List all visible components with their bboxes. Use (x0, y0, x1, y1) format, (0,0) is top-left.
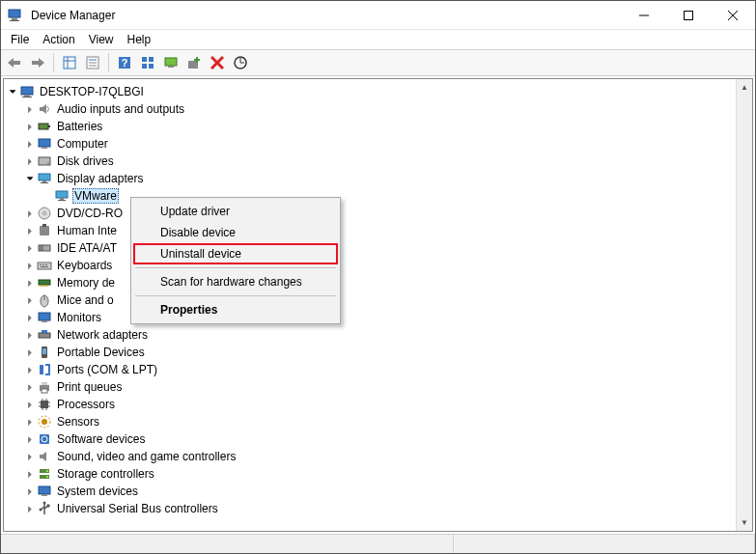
menu-view[interactable]: View (83, 31, 120, 48)
chevron-right-icon[interactable]: ⏵ (23, 207, 37, 220)
tree-node[interactable]: ⏵Universal Serial Bus controllers (4, 500, 752, 517)
tree-node-label: Monitors (55, 310, 103, 325)
chevron-right-icon[interactable]: ⏵ (23, 415, 37, 429)
chevron-right-icon[interactable]: ⏵ (23, 102, 37, 116)
toolbar-computer-button[interactable] (160, 52, 182, 73)
chevron-right-icon[interactable]: ⏵ (23, 363, 37, 376)
chevron-right-icon[interactable]: ⏵ (23, 293, 37, 307)
toolbar-tiles-button[interactable] (137, 52, 158, 73)
chevron-right-icon[interactable]: ⏵ (23, 432, 37, 446)
tree-node[interactable]: ⏷Display adapters (4, 170, 752, 187)
toolbar-back-button[interactable] (4, 52, 25, 73)
scroll-down-button[interactable]: ▼ (737, 514, 752, 531)
chevron-right-icon[interactable]: ⏵ (23, 502, 37, 515)
tree-node[interactable]: ⏵Storage controllers (4, 465, 752, 483)
tree-node[interactable]: ⏵Portable Devices (4, 344, 752, 361)
portable-icon (37, 345, 52, 360)
tree-node[interactable]: ⏵Audio inputs and outputs (4, 100, 752, 118)
toolbar-remove-button[interactable] (207, 52, 228, 73)
chevron-right-icon[interactable]: ⏵ (23, 241, 37, 255)
svg-text:?: ? (122, 57, 128, 69)
tree-node[interactable]: ⏵Print queues (4, 378, 752, 396)
tree-node[interactable]: ⏵Batteries (4, 118, 752, 135)
app-icon (7, 8, 22, 23)
tree-node[interactable]: ⏵Memory de (4, 274, 752, 291)
tree-node-label: Ports (COM & LPT) (55, 362, 159, 377)
chevron-down-icon[interactable]: ⏷ (23, 172, 37, 185)
tree-node[interactable]: ⏵Sound, video and game controllers (4, 448, 752, 465)
tree-node[interactable]: ⏵Mice and o (4, 291, 752, 309)
svg-rect-1 (12, 17, 17, 20)
chevron-right-icon[interactable]: ⏵ (23, 154, 37, 168)
tree-node[interactable]: ⏵Processors (4, 396, 752, 413)
scroll-track[interactable] (737, 96, 752, 514)
svg-rect-54 (42, 264, 44, 265)
context-update-driver[interactable]: Update driver (133, 201, 338, 222)
chevron-right-icon[interactable]: ⏵ (23, 380, 37, 394)
tree-node-label: Sound, video and game controllers (55, 449, 238, 464)
toolbar-help-button[interactable]: ? (114, 52, 135, 73)
toolbar-show-hidden-button[interactable] (59, 52, 80, 73)
menu-file[interactable]: File (5, 31, 35, 48)
menu-help[interactable]: Help (122, 31, 157, 48)
chevron-right-icon[interactable]: ⏵ (23, 224, 37, 237)
svg-rect-44 (58, 200, 66, 201)
tree-node[interactable]: ⏵Software devices (4, 430, 752, 448)
menu-action[interactable]: Action (37, 31, 80, 48)
toolbar-properties-button[interactable] (82, 52, 103, 73)
tree-node[interactable]: ⏵IDE ATA/AT (4, 239, 752, 257)
minimize-button[interactable] (622, 1, 666, 29)
scroll-up-button[interactable]: ▲ (737, 79, 752, 96)
tree-node-label: VMware (72, 188, 119, 204)
svg-point-94 (43, 502, 46, 505)
titlebar-left: Device Manager (1, 8, 115, 23)
tree-node[interactable]: ⏵Human Inte (4, 222, 752, 239)
keyboard-icon (37, 258, 52, 273)
tree-node-label: Display adapters (55, 171, 145, 186)
tree-node[interactable]: ⏵DVD/CD-RO (4, 205, 752, 222)
tree-node[interactable]: ⏵Sensors (4, 413, 752, 430)
window-title: Device Manager (31, 9, 115, 22)
chevron-right-icon[interactable]: ⏵ (23, 485, 37, 498)
device-tree-pane[interactable]: ⏷DESKTOP-I7QLBGI⏵Audio inputs and output… (3, 78, 753, 532)
chevron-right-icon[interactable]: ⏵ (23, 311, 37, 324)
tree-node[interactable]: ⏵Network adapters (4, 326, 752, 344)
vertical-scrollbar[interactable]: ▲ ▼ (736, 79, 752, 531)
chevron-right-icon[interactable]: ⏵ (23, 450, 37, 463)
svg-rect-68 (42, 330, 47, 333)
audio-icon (37, 101, 52, 117)
chevron-right-icon[interactable]: ⏵ (23, 398, 37, 411)
tree-node[interactable]: ⏵System devices (4, 483, 752, 500)
toolbar-scan-button[interactable] (230, 52, 251, 73)
tree-node[interactable]: ⏵Computer (4, 135, 752, 152)
tree-node[interactable]: ⏵Disk drives (4, 152, 752, 170)
tree-node-label: Memory de (55, 275, 117, 291)
tree-node[interactable]: ⏵Keyboards (4, 257, 752, 274)
tree-node[interactable]: ⏵Ports (COM & LPT) (4, 361, 752, 378)
chevron-right-icon[interactable]: ⏵ (23, 346, 37, 359)
tree-node[interactable]: VMware (4, 187, 752, 205)
context-disable-device[interactable]: Disable device (133, 222, 338, 243)
svg-rect-32 (22, 97, 32, 97)
chevron-down-icon[interactable]: ⏷ (6, 85, 19, 98)
svg-rect-22 (165, 58, 177, 66)
chevron-right-icon[interactable]: ⏵ (23, 259, 37, 272)
toolbar-forward-button[interactable] (27, 52, 48, 73)
tree-node-label: DESKTOP-I7QLBGI (38, 84, 146, 99)
chevron-right-icon[interactable]: ⏵ (23, 467, 37, 481)
context-scan-hardware[interactable]: Scan for hardware changes (133, 271, 338, 292)
toolbar-add-hardware-button[interactable] (183, 52, 205, 73)
context-properties[interactable]: Properties (133, 299, 338, 320)
chevron-right-icon[interactable]: ⏵ (23, 328, 37, 342)
chevron-right-icon[interactable]: ⏵ (23, 276, 37, 290)
maximize-button[interactable] (666, 1, 711, 29)
context-uninstall-device[interactable]: Uninstall device (133, 243, 338, 264)
chevron-right-icon[interactable]: ⏵ (23, 120, 37, 133)
chevron-right-icon[interactable]: ⏵ (23, 137, 37, 151)
tree-node[interactable]: ⏷DESKTOP-I7QLBGI (4, 83, 752, 100)
tree-node-label: IDE ATA/AT (55, 240, 119, 256)
tree-node[interactable]: ⏵Monitors (4, 309, 752, 326)
close-button[interactable] (711, 1, 755, 29)
mouse-icon (37, 292, 52, 308)
device-manager-window: Device Manager File Action View Help ? ⏷… (0, 0, 756, 554)
